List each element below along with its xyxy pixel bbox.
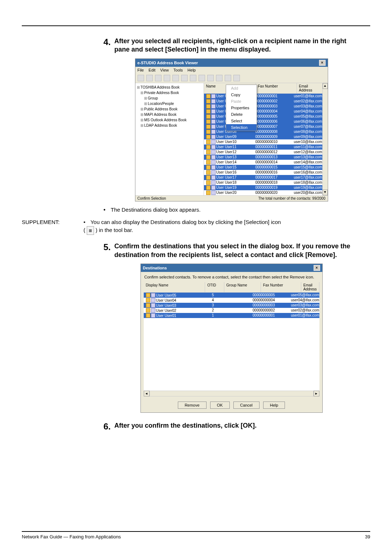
contact-icon xyxy=(206,125,211,129)
supplement-text1: You can also display the Destinations di… xyxy=(90,219,281,225)
supplement-paren: ( xyxy=(83,227,87,233)
table-row[interactable]: User User0200000000002user02@ifax.com xyxy=(204,99,323,104)
col-otid[interactable]: OTID xyxy=(205,282,224,292)
table-row[interactable]: User User1700000000017user17@ifax.com xyxy=(204,175,323,180)
table-row[interactable]: User User0900000000009user09@ifax.com xyxy=(204,134,323,139)
close-icon[interactable]: × xyxy=(319,60,326,66)
tree-node[interactable]: MS Outlook Address Book xyxy=(140,117,202,123)
table-row[interactable]: User User0100000000001user01@ifax.com xyxy=(204,94,323,99)
footer-page: 39 xyxy=(365,534,370,539)
mail-icon xyxy=(211,150,216,154)
menu-help[interactable]: Help xyxy=(188,68,196,72)
toolbar-icon[interactable] xyxy=(155,75,162,81)
table-row[interactable]: User User0700000000007user07@ifax.com xyxy=(204,124,323,129)
list-pane[interactable]: ▲ ▼ Name Fax Number Email Address User U… xyxy=(204,83,328,195)
remove-button[interactable]: Remove xyxy=(178,402,207,409)
table-row[interactable]: User User0600000000006user06@ifax.com xyxy=(204,119,323,124)
tree-node[interactable]: LDAP Address Book xyxy=(140,123,202,128)
scroll-up-icon[interactable]: ▲ xyxy=(323,83,328,89)
win1-title: e-STUDIO Address Book Viewer xyxy=(138,61,198,65)
toolbar-icon[interactable] xyxy=(146,75,153,81)
table-row[interactable]: User User2000000000020user20@ifax.com xyxy=(204,190,323,195)
ok-button[interactable]: OK xyxy=(210,402,230,409)
step5-text: Confirm the destinations that you select… xyxy=(114,242,359,259)
tree-node[interactable]: TOSHIBA Address Book xyxy=(137,85,202,90)
tree-node[interactable]: Public Address Book xyxy=(140,106,202,112)
toolbar-icon[interactable] xyxy=(199,75,205,81)
help-button[interactable]: Help xyxy=(263,402,285,409)
table-row[interactable]: User User04400000000004user04@ifax.com xyxy=(144,298,319,303)
close-icon[interactable]: × xyxy=(314,265,320,271)
ctx-delete[interactable]: Delete xyxy=(226,111,257,118)
menu-file[interactable]: File xyxy=(138,68,144,72)
contact-icon xyxy=(206,94,211,98)
ctx-selection[interactable]: Selection xyxy=(226,124,257,131)
table-row[interactable]: User User1500000000015user15@ifax.com xyxy=(204,165,323,170)
supplement-label: SUPPLEMENT: xyxy=(22,218,83,225)
context-menu[interactable]: Add Copy Paste Properties Delete Select … xyxy=(226,85,257,131)
toolbar-icon[interactable] xyxy=(138,75,144,81)
table-row[interactable]: User User1600000000016user16@ifax.com xyxy=(204,170,323,175)
contact-icon xyxy=(206,150,211,154)
scroll-right-icon[interactable]: ► xyxy=(314,391,319,396)
bullet-icon: • xyxy=(83,219,85,225)
contact-icon xyxy=(206,119,211,124)
col-fax[interactable]: Fax Number xyxy=(261,282,301,292)
table-row[interactable]: User User1100000000011user11@ifax.com xyxy=(204,144,323,150)
table-row[interactable]: User User1200000000012user12@ifax.com xyxy=(204,150,323,155)
horizontal-scrollbar[interactable]: ◄ ► xyxy=(144,391,319,396)
col-display[interactable]: Display Name xyxy=(144,282,205,292)
contact-icon xyxy=(206,180,211,185)
menu-edit[interactable]: Edit xyxy=(148,68,155,72)
toolbar-icon[interactable] xyxy=(190,75,196,81)
win2-title: Destinations xyxy=(143,266,167,270)
scroll-down-icon[interactable]: ▼ xyxy=(323,190,328,195)
mail-icon xyxy=(151,313,155,318)
col-email[interactable]: Email Address xyxy=(297,83,323,93)
table-row[interactable]: User User0300000000003user03@ifax.com xyxy=(204,104,323,109)
tree-pane[interactable]: TOSHIBA Address Book Private Address Boo… xyxy=(135,83,204,195)
table-row[interactable]: User User03300000000003user03@ifax.com xyxy=(144,303,319,308)
contact-icon xyxy=(146,308,150,313)
toolbar-icon[interactable] xyxy=(164,75,170,81)
table-row[interactable]: User User01100000000001user01@ifax.com xyxy=(144,313,319,318)
win1-menubar[interactable]: File Edit View Tools Help xyxy=(135,67,328,73)
vertical-scrollbar[interactable]: ▲ ▼ xyxy=(322,83,328,195)
tree-node[interactable]: Location/People xyxy=(144,101,202,106)
toolbar-icon[interactable] xyxy=(233,75,240,81)
toolbar-icon[interactable] xyxy=(225,75,231,81)
table-row[interactable]: User User1900000000019user19@ifax.com xyxy=(204,185,323,190)
contact-icon xyxy=(206,130,211,134)
scroll-left-icon[interactable]: ◄ xyxy=(144,391,150,396)
table-row[interactable]: User User05500000000005user05@ifax.com xyxy=(144,293,319,298)
table-row[interactable]: User User0500000000005user05@ifax.com xyxy=(204,114,323,119)
contact-icon xyxy=(206,145,211,149)
table-row[interactable]: User User1000000000010user10@ifax.com xyxy=(204,139,323,144)
toolbar-icon[interactable] xyxy=(172,75,179,81)
tree-node[interactable]: Group xyxy=(144,95,202,101)
tree-node[interactable]: MAPI Address Book xyxy=(140,112,202,117)
toolbar-icon[interactable] xyxy=(216,75,222,81)
table-row[interactable]: User User1800000000018user18@ifax.com xyxy=(204,180,323,185)
supplement-text2: ) in the tool bar. xyxy=(95,227,133,233)
bullet-text: The Destinations dialog box appears. xyxy=(111,207,201,213)
menu-view[interactable]: View xyxy=(160,68,169,72)
table-row[interactable]: User User1300000000013user13@ifax.com xyxy=(204,155,323,160)
table-row[interactable]: User User02200000000002user02@ifax.com xyxy=(144,308,319,313)
col-fax[interactable]: Fax Number xyxy=(256,83,297,93)
ctx-select[interactable]: Select xyxy=(226,118,257,124)
contact-icon xyxy=(146,298,150,302)
toolbar-icon[interactable] xyxy=(181,75,188,81)
table-row[interactable]: User User0800000000008user08@ifax.com xyxy=(204,129,323,134)
table-row[interactable]: User User1400000000014user14@ifax.com xyxy=(204,160,323,165)
cancel-button[interactable]: Cancel xyxy=(233,402,260,409)
ctx-copy[interactable]: Copy xyxy=(226,91,257,98)
toolbar-icon[interactable] xyxy=(207,75,214,81)
ctx-properties[interactable]: Properties xyxy=(226,105,257,111)
tree-node[interactable]: Private Address Book xyxy=(140,90,202,95)
win2-desc: Confirm selected contacts. To remove a c… xyxy=(141,272,322,282)
col-group[interactable]: Group Name xyxy=(224,282,261,292)
table-row[interactable]: User User0400000000004user04@ifax.com xyxy=(204,109,323,114)
col-email[interactable]: Email Address xyxy=(301,282,319,292)
menu-tools[interactable]: Tools xyxy=(173,68,183,72)
